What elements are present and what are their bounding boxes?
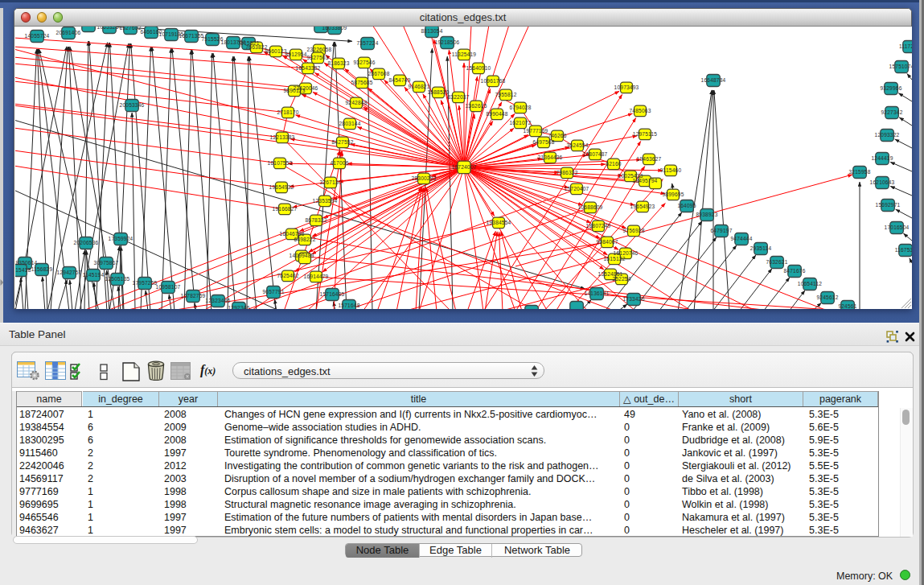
svg-text:2718170: 2718170 xyxy=(277,109,298,115)
svg-text:9115460: 9115460 xyxy=(660,167,682,173)
svg-text:12323446: 12323446 xyxy=(206,298,231,303)
svg-text:7986322: 7986322 xyxy=(556,170,577,175)
svg-text:12942757: 12942757 xyxy=(57,270,82,275)
svg-text:7357224: 7357224 xyxy=(356,40,378,46)
svg-text:15716485: 15716485 xyxy=(320,291,345,297)
svg-text:8660123: 8660123 xyxy=(265,48,286,54)
svg-text:15751074: 15751074 xyxy=(889,64,912,69)
svg-text:8990448: 8990448 xyxy=(486,111,507,117)
svg-text:9327503: 9327503 xyxy=(306,55,328,60)
svg-text:1527602: 1527602 xyxy=(119,27,141,31)
svg-text:6497568: 6497568 xyxy=(532,139,554,145)
svg-text:1145194: 1145194 xyxy=(83,272,105,278)
svg-text:11325419: 11325419 xyxy=(452,51,477,57)
svg-text:20691406: 20691406 xyxy=(56,30,81,35)
svg-text:6479197: 6479197 xyxy=(710,228,732,233)
svg-text:7955812: 7955812 xyxy=(495,92,516,97)
svg-text:6794028: 6794028 xyxy=(509,105,531,110)
svg-text:10653267: 10653267 xyxy=(97,27,122,30)
svg-text:3624554: 3624554 xyxy=(566,142,588,148)
svg-text:14099489: 14099489 xyxy=(290,253,314,258)
svg-text:417006: 417006 xyxy=(330,160,348,166)
svg-text:16210643: 16210643 xyxy=(870,179,895,185)
svg-text:746266: 746266 xyxy=(548,133,566,138)
svg-text:12093322: 12093322 xyxy=(875,132,900,138)
svg-text:164095: 164095 xyxy=(677,203,696,208)
svg-text:1292346: 1292346 xyxy=(228,305,249,309)
svg-text:8813054: 8813054 xyxy=(421,28,442,34)
svg-text:21364436: 21364436 xyxy=(538,154,563,160)
svg-text:9657791: 9657791 xyxy=(262,289,284,295)
svg-text:16648784: 16648784 xyxy=(701,77,726,83)
svg-text:9327546: 9327546 xyxy=(353,60,375,65)
svg-text:1362615: 1362615 xyxy=(465,103,487,109)
svg-text:9227342: 9227342 xyxy=(881,109,902,115)
svg-text:19384554: 19384554 xyxy=(487,220,511,225)
svg-text:15640910: 15640910 xyxy=(466,65,491,71)
svg-text:28300293: 28300293 xyxy=(412,175,437,181)
svg-text:8678332: 8678332 xyxy=(305,217,326,223)
svg-text:9756928: 9756928 xyxy=(622,228,644,233)
svg-text:20206536: 20206536 xyxy=(74,240,99,245)
svg-text:19654932: 19654932 xyxy=(269,184,294,190)
svg-text:30975867: 30975867 xyxy=(94,260,119,266)
svg-text:1588520: 1588520 xyxy=(427,89,449,95)
svg-text:3915418: 3915418 xyxy=(15,267,31,273)
svg-text:1156829: 1156829 xyxy=(31,266,53,272)
svg-text:16120746: 16120746 xyxy=(614,250,639,256)
svg-text:9242848: 9242848 xyxy=(345,100,367,105)
svg-text:2867608: 2867608 xyxy=(368,71,389,76)
svg-text:7632621: 7632621 xyxy=(766,259,787,265)
svg-text:16782759: 16782759 xyxy=(181,293,206,299)
svg-text:19166827: 19166827 xyxy=(273,206,298,212)
svg-text:8471676: 8471676 xyxy=(783,268,805,274)
svg-text:19777169: 19777169 xyxy=(524,128,548,134)
svg-text:10958107: 10958107 xyxy=(156,284,181,290)
svg-text:12975115: 12975115 xyxy=(633,131,658,137)
svg-text:9245612: 9245612 xyxy=(816,295,838,300)
svg-text:8186323: 8186323 xyxy=(327,60,349,66)
svg-text:8938923: 8938923 xyxy=(696,212,717,217)
svg-text:9146821: 9146821 xyxy=(408,84,429,89)
svg-text:18350614: 18350614 xyxy=(15,260,38,266)
svg-text:2935114: 2935114 xyxy=(750,245,772,251)
svg-text:18724007: 18724007 xyxy=(452,164,477,170)
svg-text:1733426: 1733426 xyxy=(622,296,644,302)
svg-text:10654112: 10654112 xyxy=(798,281,823,286)
svg-text:7625402: 7625402 xyxy=(277,273,298,278)
svg-text:16107553: 16107553 xyxy=(268,160,293,166)
svg-text:1615132: 1615132 xyxy=(603,256,625,262)
svg-text:17359924: 17359924 xyxy=(109,236,133,241)
svg-text:9329966: 9329966 xyxy=(880,85,901,91)
svg-text:252254: 252254 xyxy=(612,276,630,282)
svg-text:18807249: 18807249 xyxy=(586,223,611,229)
svg-text:62160: 62160 xyxy=(606,161,621,167)
svg-text:9084067: 9084067 xyxy=(596,239,618,245)
svg-text:20053346: 20053346 xyxy=(120,102,145,108)
svg-text:9474444: 9474444 xyxy=(730,236,752,241)
svg-text:12213383: 12213383 xyxy=(270,134,295,140)
svg-text:18495794: 18495794 xyxy=(633,178,658,183)
svg-text:7485063: 7485063 xyxy=(629,108,651,113)
svg-text:17016504: 17016504 xyxy=(885,225,910,230)
svg-text:924561: 924561 xyxy=(838,303,856,309)
svg-text:16033809: 16033809 xyxy=(322,27,347,31)
svg-text:10807487: 10807487 xyxy=(583,151,608,157)
svg-text:16671355: 16671355 xyxy=(179,33,204,39)
svg-text:3267130: 3267130 xyxy=(319,179,341,185)
svg-text:14055724: 14055724 xyxy=(25,33,50,39)
svg-text:10973493: 10973493 xyxy=(614,84,639,90)
svg-text:5875685: 5875685 xyxy=(351,80,372,85)
svg-text:8427552: 8427552 xyxy=(331,139,353,145)
svg-text:1117229: 1117229 xyxy=(899,43,912,49)
svg-text:8454749: 8454749 xyxy=(388,77,410,83)
svg-text:19463627: 19463627 xyxy=(637,156,662,162)
svg-text:12353594: 12353594 xyxy=(313,198,338,204)
svg-text:1621072: 1621072 xyxy=(509,120,531,126)
svg-text:15692971: 15692971 xyxy=(876,202,901,208)
svg-text:16046788: 16046788 xyxy=(280,231,305,237)
svg-text:16914479: 16914479 xyxy=(304,274,329,279)
svg-text:8322037: 8322037 xyxy=(447,94,469,100)
svg-text:14136141: 14136141 xyxy=(585,290,610,296)
svg-text:12505135: 12505135 xyxy=(105,276,130,282)
